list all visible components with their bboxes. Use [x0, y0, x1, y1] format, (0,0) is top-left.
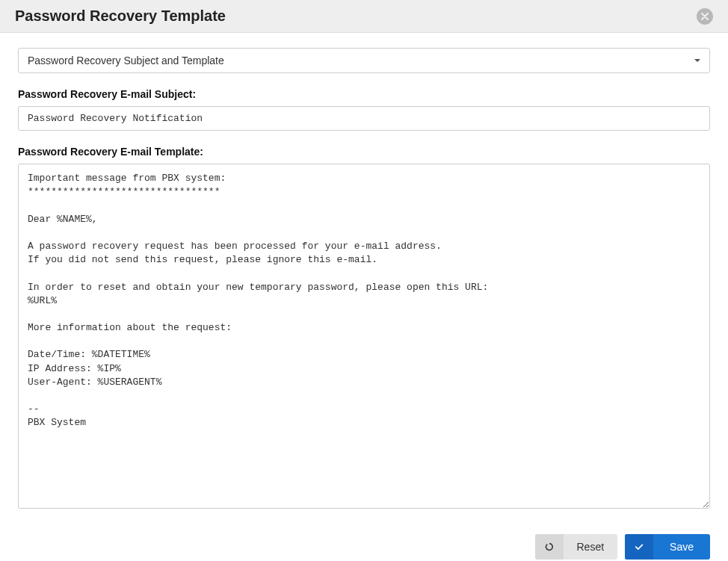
dialog-content: Password Recovery Subject and Template P… [0, 33, 728, 527]
dialog-footer: Reset Save [0, 527, 728, 560]
template-type-dropdown[interactable]: Password Recovery Subject and Template [18, 48, 710, 73]
reset-button-label: Reset [564, 541, 618, 553]
undo-icon [535, 534, 564, 560]
reset-button[interactable]: Reset [535, 534, 618, 560]
dropdown-selected-label: Password Recovery Subject and Template [28, 55, 224, 66]
check-icon [625, 534, 653, 560]
subject-input[interactable] [18, 106, 710, 131]
subject-label: Password Recovery E-mail Subject: [18, 88, 710, 100]
template-textarea[interactable] [18, 164, 710, 509]
template-label: Password Recovery E-mail Template: [18, 146, 710, 158]
dialog-title: Password Recovery Template [15, 7, 226, 25]
save-button-label: Save [653, 541, 710, 553]
dialog-header: Password Recovery Template [0, 0, 728, 33]
close-icon[interactable] [697, 8, 713, 25]
chevron-down-icon [694, 59, 700, 62]
save-button[interactable]: Save [625, 534, 710, 560]
